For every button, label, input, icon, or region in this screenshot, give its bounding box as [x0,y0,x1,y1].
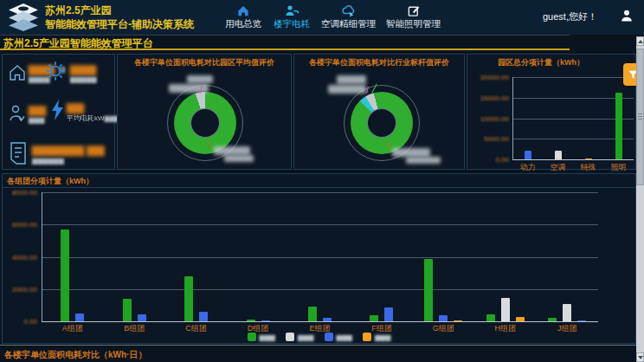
blurred-legend-label: ▆▆▆ [375,333,390,341]
nav-item-power-overview[interactable]: 用电总览 [224,3,262,30]
document-icon [8,141,29,165]
user-account-icon[interactable] [620,9,634,23]
legend-marker [286,333,294,341]
panel-title: 各楼宇单位面积电耗对比行业标杆值评价 [294,57,464,68]
person-outline-icon [8,103,27,124]
blurred-label [406,157,441,164]
blurred-value: ▆▆▆ [70,62,96,75]
divider [3,187,637,188]
triangle-down-icon [638,356,643,359]
lightning-bolt-icon [49,99,65,122]
stat-caption: ▆▆▆ [29,116,44,124]
scroll-down-button[interactable] [636,352,644,362]
sidebar-stats-panel: ▆▆▆ 楼 ▆▆▆▆ ▆▆▆ ▆▆▆▆▆ ▆▆ ▆▆▆ ▆▆ 平均电耗kW▆▆▆… [2,54,115,170]
nav-label: 用电总览 [225,18,261,30]
app-title: 苏州2.5产业园 智能能效管理平台-辅助决策系统 [45,3,194,31]
stat-average-energy: ▆▆ [67,99,84,114]
legend-item[interactable]: ▆▆▆ [248,333,275,341]
legend-marker [363,333,371,341]
blurred-label [337,75,366,84]
app-header: 苏州2.5产业园 智能能效管理平台-辅助决策系统 用电总览 楼宇电耗 [0,0,644,35]
stat-evaluation: ▆▆ [29,101,46,117]
page-title: 苏州2.5产业园智能能效管理平台 [3,36,153,51]
blurred-value: ▆▆ [29,103,46,116]
panel-donut-benchmark: 各楼宇单位面积电耗对比行业标杆值评价 [293,54,465,170]
blurred-legend-label: ▆▆▆ [337,333,352,341]
blurred-caption: ▆▆▆ [29,116,44,124]
panel-park-total: 园区总分项计量（kWh） 20000.0015000.0010000.00500… [467,54,636,170]
building-power-icon [285,3,299,17]
legend-item[interactable]: ▆▆▆ [286,333,313,341]
app-title-line1: 苏州2.5产业园 [45,3,194,17]
blurred-caption: ▆▆▆▆▆ [70,75,97,83]
blurred-label [214,146,250,155]
blurred-caption: ▆▆▆▆▆▆ [32,157,64,165]
blurred-legend-label: ▆▆▆ [260,333,275,341]
stat-building-area: ▆▆▆▆▆▆ ▆▆ [32,141,105,157]
blurred-value: ▆▆ [67,100,84,113]
stat-devices: ▆▆▆ [70,61,96,76]
blurred-label [328,85,366,94]
blurred-label [392,148,430,157]
panel-title: 园区总分项计量（kWh） [467,57,615,68]
footer-panel-title: 各楼宇单位面积电耗对比（kWh·日） [4,349,146,361]
home-outline-icon [8,63,27,82]
nav-item-lighting-management[interactable]: 智能照明管理 [386,3,441,30]
nav-label: 楼宇电耗 [274,18,310,30]
scroll-up-button[interactable] [636,36,644,46]
home-icon [236,3,250,17]
nav-item-building-power[interactable]: 楼宇电耗 [273,3,311,30]
panel-title: 各楼宇单位面积电耗对比园区平均值评价 [118,57,291,68]
legend-marker [325,333,333,341]
caption-text: 平均电耗kW [67,114,105,122]
nav-label: 智能照明管理 [386,18,441,30]
blurred-label [187,75,213,83]
nav-item-hvac-management[interactable]: 空调精细管理 [321,3,376,30]
blurred-value: ▆▆▆▆▆▆ ▆▆ [32,143,105,156]
blurred-label [224,155,254,162]
main-nav: 用电总览 楼宇电耗 空调精细管理 [224,3,441,30]
scrollbar-grip [638,113,642,120]
scrollbar-thumb[interactable] [636,48,644,185]
triangle-up-icon [638,40,643,43]
donut-hole [367,108,396,138]
app-title-line2: 智能能效管理平台-辅助决策系统 [45,17,194,31]
divider [0,345,636,346]
legend-item[interactable]: ▆▆▆ [325,333,352,341]
panel-group-metering: 各组团分项计量（kWh） 8000.006000.004000.002000.0… [2,173,636,344]
panel-title: 各组团分项计量（kWh） [7,176,635,187]
hvac-cloud-icon [341,3,357,17]
donut-hole [190,108,220,138]
gear-icon [44,60,67,82]
page-banner: 苏州2.5产业园智能能效管理平台 [0,35,570,50]
legend-item[interactable]: ▆▆▆ [363,333,390,341]
panel-donut-park-avg: 各楼宇单位面积电耗对比园区平均值评价 [117,54,292,170]
stat-caption: ▆▆▆▆▆ [70,75,97,83]
app-logo-icon [5,3,42,32]
lighting-edit-icon [407,3,421,17]
blurred-legend-label: ▆▆▆ [298,333,313,341]
chart-legend: ▆▆▆ ▆▆▆ ▆▆▆ ▆▆▆ [3,333,635,341]
nav-label: 空调精细管理 [321,18,376,30]
legend-marker [248,333,256,341]
user-greeting: guest,您好！ [543,10,597,23]
stat-caption: ▆▆▆▆▆▆ [32,157,64,165]
